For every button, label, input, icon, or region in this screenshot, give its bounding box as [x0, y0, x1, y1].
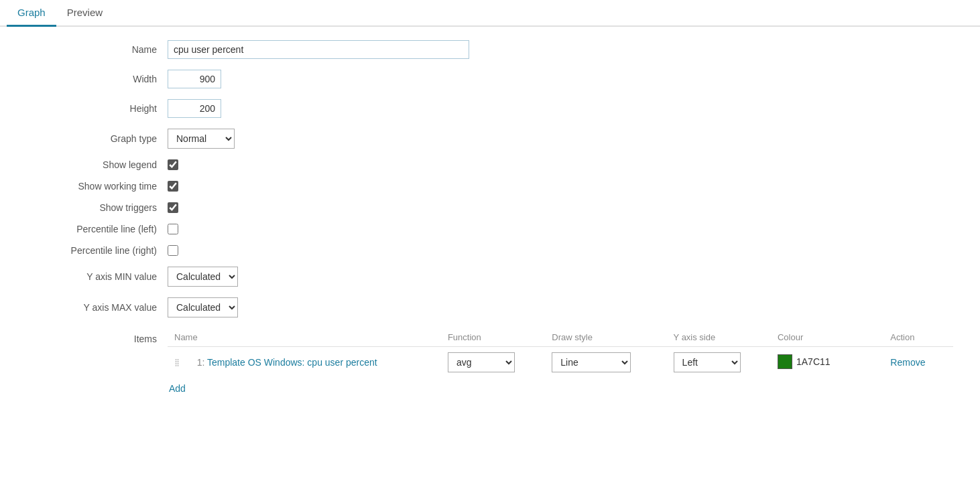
height-label: Height [27, 103, 168, 114]
height-input[interactable] [168, 99, 221, 118]
tabs-bar: Graph Preview [0, 0, 980, 27]
name-input[interactable] [168, 40, 469, 59]
col-header-name: Name [168, 328, 441, 347]
percentile-left-row: Percentile line (left) [27, 224, 953, 234]
y-axis-min-select[interactable]: Calculated Fixed Item [168, 267, 238, 287]
colour-swatch [778, 354, 792, 369]
y-axis-max-label: Y axis MAX value [27, 302, 168, 313]
show-working-time-label: Show working time [27, 181, 168, 192]
show-working-time-row: Show working time [27, 181, 953, 192]
colour-box[interactable]: 1A7C11 [778, 354, 831, 369]
function-select[interactable]: avg min max all last [448, 352, 515, 372]
height-row: Height [27, 99, 953, 118]
draw-style-cell: Line Filled region Bold line Dot Dashed … [545, 347, 666, 378]
show-legend-row: Show legend [27, 159, 953, 170]
add-link[interactable]: Add [169, 383, 186, 394]
function-cell: avg min max all last [441, 347, 545, 378]
colour-cell: 1A7C11 [771, 347, 883, 378]
show-legend-checkbox[interactable] [168, 159, 178, 170]
tab-graph[interactable]: Graph [7, 0, 56, 27]
y-axis-min-label: Y axis MIN value [27, 271, 168, 282]
col-header-function: Function [441, 328, 545, 347]
width-row: Width [27, 70, 953, 88]
table-row: ⁞⁞ 1: Template OS Windows: cpu user perc… [168, 347, 953, 378]
width-input[interactable] [168, 70, 221, 88]
draw-style-select[interactable]: Line Filled region Bold line Dot Dashed … [552, 352, 631, 372]
percentile-right-checkbox[interactable] [168, 245, 178, 256]
y-axis-max-row: Y axis MAX value Calculated Fixed Item [27, 297, 953, 317]
name-row: Name [27, 40, 953, 59]
y-axis-min-row: Y axis MIN value Calculated Fixed Item [27, 267, 953, 287]
tab-preview[interactable]: Preview [56, 0, 113, 27]
percentile-left-checkbox[interactable] [168, 224, 178, 234]
y-axis-max-select[interactable]: Calculated Fixed Item [168, 297, 238, 317]
show-triggers-row: Show triggers [27, 202, 953, 213]
items-table: Name Function Draw style Y axis side Col… [168, 328, 953, 378]
drag-handle-icon[interactable]: ⁞⁞ [174, 357, 178, 368]
col-header-draw-style: Draw style [545, 328, 666, 347]
item-number: 1: [197, 357, 205, 368]
percentile-left-label: Percentile line (left) [27, 224, 168, 234]
col-header-y-axis-side: Y axis side [667, 328, 771, 347]
y-axis-side-select[interactable]: Left Right [674, 352, 741, 372]
page-container: Graph Preview Name Width Height Graph ty… [0, 0, 980, 501]
show-legend-label: Show legend [27, 159, 168, 170]
graph-type-select[interactable]: Normal Stacked Pie Exploded [168, 129, 235, 149]
percentile-right-label: Percentile line (right) [27, 245, 168, 256]
action-cell: Remove [883, 347, 953, 378]
col-header-action: Action [883, 328, 953, 347]
items-table-container: Name Function Draw style Y axis side Col… [168, 328, 953, 394]
remove-button[interactable]: Remove [890, 357, 925, 368]
drag-handle-cell: ⁞⁞ [168, 347, 190, 378]
show-working-time-checkbox[interactable] [168, 181, 178, 192]
show-triggers-checkbox[interactable] [168, 202, 178, 213]
y-axis-side-cell: Left Right [667, 347, 771, 378]
graph-type-row: Graph type Normal Stacked Pie Exploded [27, 129, 953, 149]
item-name-cell: 1: Template OS Windows: cpu user percent [190, 347, 441, 378]
graph-type-label: Graph type [27, 133, 168, 144]
width-label: Width [27, 74, 168, 84]
items-section: Items Name Function Draw style Y axis si… [27, 328, 953, 394]
show-triggers-label: Show triggers [27, 202, 168, 213]
form-container: Name Width Height Graph type Normal Stac… [0, 27, 980, 407]
item-name-link[interactable]: Template OS Windows: cpu user percent [207, 357, 377, 368]
col-header-colour: Colour [771, 328, 883, 347]
colour-hex-value: 1A7C11 [796, 356, 831, 367]
items-label: Items [27, 328, 168, 344]
percentile-right-row: Percentile line (right) [27, 245, 953, 256]
name-label: Name [27, 44, 168, 55]
